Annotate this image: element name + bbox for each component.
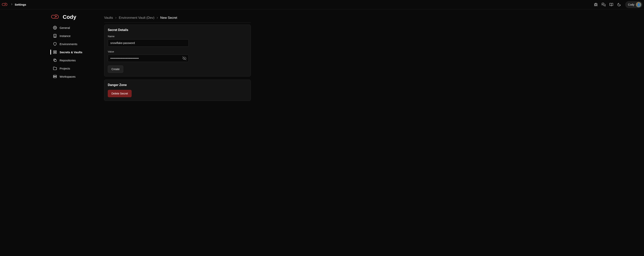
chat-icon[interactable] [600,1,607,8]
sidebar-item-repositories[interactable]: Repositories [51,56,102,64]
breadcrumb: Vaults Environment Vault (Dev) New Secre… [104,14,251,23]
building-icon [53,34,57,38]
breadcrumb-link-vaults[interactable]: Vaults [104,16,113,20]
panel-title: Secret Details [108,28,247,32]
book-icon[interactable] [608,1,615,8]
gear-icon [53,26,57,30]
chevron-right-icon [10,3,13,6]
topbar: Settings Cody 👤 [0,0,644,9]
value-input[interactable] [108,55,189,62]
value-label: Value [108,50,247,53]
chevron-right-icon [156,17,159,19]
sidebar-item-label: Projects [60,67,70,70]
eye-off-icon[interactable] [182,56,187,61]
sidebar-item-environments[interactable]: Environments [51,40,102,48]
topbar-left: Settings [1,2,26,7]
topbar-right: Cody 👤 [592,1,642,8]
sidebar-item-label: Secrets & Vaults [60,51,82,54]
chevron-right-icon [114,17,117,19]
sidebar-item-projects[interactable]: Projects [51,64,102,72]
app-logo-icon[interactable] [1,2,9,7]
server-icon [53,75,57,78]
folder-icon [53,66,57,70]
svg-rect-6 [54,77,57,78]
vault-icon [53,50,57,54]
secret-details-panel: Secret Details Name Value Create [104,25,251,77]
name-form-group: Name [108,35,247,47]
svg-point-0 [54,27,56,28]
create-button[interactable]: Create [108,66,123,73]
sidebar-item-label: Instance [60,34,71,38]
svg-rect-5 [54,75,57,76]
page-container: Cody General Instance Environments Secr [0,9,644,101]
sidebar: Cody General Instance Environments Secr [0,14,102,101]
sidebar-item-label: Environments [60,42,78,46]
danger-zone-panel: Danger Zone Delete Secret [104,80,251,101]
value-form-group: Value [108,50,247,62]
sidebar-item-instance[interactable]: Instance [51,32,102,40]
bug-icon[interactable] [592,1,599,8]
page-title: Settings [15,3,26,6]
copy-icon [53,58,57,62]
svg-rect-4 [54,60,56,62]
breadcrumb-link-vault[interactable]: Environment Vault (Dev) [119,16,154,20]
sidebar-item-label: General [60,26,70,30]
panel-title: Danger Zone [108,83,247,87]
sidebar-logo-icon [51,14,60,20]
user-name: Cody [628,3,634,6]
sidebar-item-label: Repositories [60,59,76,62]
shield-icon [53,42,57,46]
sidebar-items: General Instance Environments Secrets & … [51,24,102,81]
sidebar-item-workspaces[interactable]: Workspaces [51,72,102,81]
sidebar-title: Cody [63,14,76,20]
main-content: Vaults Environment Vault (Dev) New Secre… [102,14,256,101]
moon-icon[interactable] [616,1,622,8]
sidebar-item-general[interactable]: General [51,24,102,32]
sidebar-item-secrets-vaults[interactable]: Secrets & Vaults [51,48,102,56]
avatar: 👤 [636,2,641,7]
sidebar-header: Cody [51,14,102,24]
breadcrumb-current: New Secret [160,16,177,20]
name-label: Name [108,35,247,38]
user-menu-button[interactable]: Cody 👤 [625,1,642,8]
name-input[interactable] [108,39,189,47]
sidebar-item-label: Workspaces [60,75,76,78]
delete-secret-button[interactable]: Delete Secret [108,90,132,97]
